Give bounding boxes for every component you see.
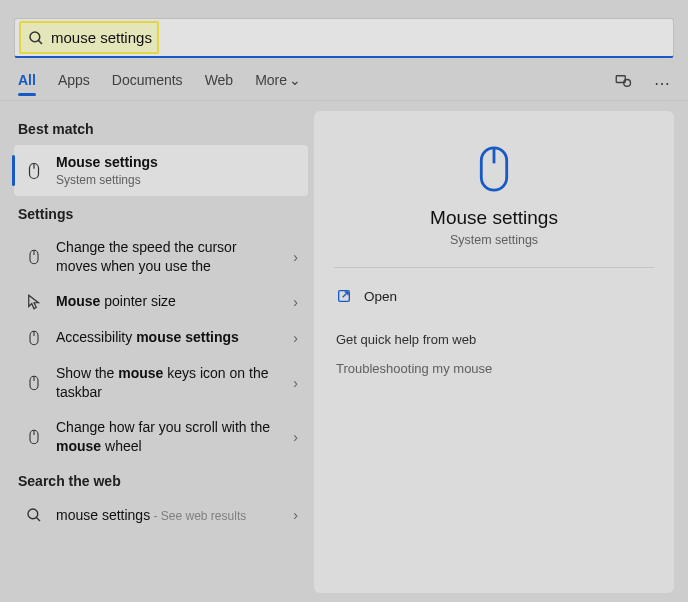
tab-documents[interactable]: Documents (112, 72, 183, 94)
settings-result[interactable]: Accessibility mouse settings › (14, 320, 308, 356)
help-link[interactable]: Troubleshooting my mouse (334, 357, 654, 380)
mouse-icon (24, 373, 44, 393)
result-title: Mouse settings (56, 153, 298, 172)
svg-line-1 (38, 40, 42, 44)
preview-pane: Mouse settings System settings Open Get … (314, 111, 674, 593)
tab-all[interactable]: All (18, 72, 36, 94)
settings-result[interactable]: Mouse pointer size › (14, 284, 308, 320)
search-input[interactable] (51, 29, 667, 46)
mouse-icon (24, 247, 44, 267)
open-icon (336, 288, 352, 304)
result-title: mouse settings - See web results (56, 506, 277, 525)
mouse-icon (24, 328, 44, 348)
mouse-icon (24, 427, 44, 447)
tab-web[interactable]: Web (205, 72, 234, 94)
help-section-label: Get quick help from web (336, 332, 654, 347)
tab-apps[interactable]: Apps (58, 72, 90, 94)
web-result[interactable]: mouse settings - See web results › (14, 497, 308, 533)
best-match-label: Best match (18, 121, 308, 137)
scope-tabs: All Apps Documents Web More⌄ ⋯ (0, 58, 688, 101)
tab-more[interactable]: More⌄ (255, 72, 301, 94)
chevron-right-icon: › (293, 507, 298, 523)
chevron-right-icon: › (293, 330, 298, 346)
chevron-right-icon: › (293, 375, 298, 391)
settings-result[interactable]: Change the speed the cursor moves when y… (14, 230, 308, 284)
result-subtitle: System settings (56, 172, 298, 188)
settings-label: Settings (18, 206, 308, 222)
result-title: Change how far you scroll with the mouse… (56, 418, 277, 456)
search-icon (24, 505, 44, 525)
svg-point-0 (30, 32, 40, 42)
cursor-icon (24, 292, 44, 312)
result-title: Accessibility mouse settings (56, 328, 277, 347)
chevron-right-icon: › (293, 249, 298, 265)
search-icon (27, 29, 45, 47)
devices-icon[interactable] (614, 72, 632, 94)
results-list: Best match Mouse settings System setting… (0, 101, 308, 602)
svg-point-14 (28, 509, 38, 519)
more-options-icon[interactable]: ⋯ (654, 74, 670, 93)
preview-subtitle: System settings (334, 233, 654, 247)
chevron-right-icon: › (293, 429, 298, 445)
chevron-right-icon: › (293, 294, 298, 310)
divider (334, 267, 654, 268)
result-title: Change the speed the cursor moves when y… (56, 238, 277, 276)
chevron-down-icon: ⌄ (289, 72, 301, 88)
open-label: Open (364, 289, 397, 304)
settings-result[interactable]: Show the mouse keys icon on the taskbar … (14, 356, 308, 410)
mouse-icon (470, 145, 518, 193)
search-web-label: Search the web (18, 473, 308, 489)
best-match-result[interactable]: Mouse settings System settings (14, 145, 308, 196)
mouse-icon (24, 161, 44, 181)
result-title: Mouse pointer size (56, 292, 277, 311)
result-title: Show the mouse keys icon on the taskbar (56, 364, 277, 402)
open-action[interactable]: Open (334, 278, 654, 314)
settings-result[interactable]: Change how far you scroll with the mouse… (14, 410, 308, 464)
search-bar[interactable] (14, 18, 674, 58)
preview-title: Mouse settings (334, 207, 654, 229)
svg-line-15 (36, 518, 40, 522)
